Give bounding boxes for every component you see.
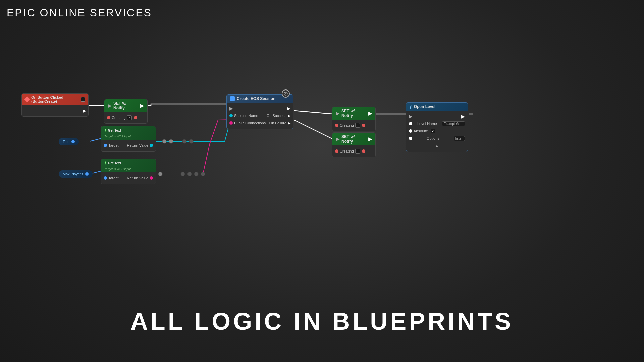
target-label-1: Target [108,143,119,147]
svg-point-1 [169,139,173,143]
svg-point-6 [181,172,185,176]
func-icon-2: ƒ [104,161,107,165]
set-notify-1-creating-label: Creating [112,116,126,120]
eos-public-row: Public Connections On Failure ▶ [227,119,293,127]
node-button-clicked: On Button Clicked (ButtonCreate) ▶ [21,93,89,117]
node-set-notify-2: ▶ SET w/ Notify ▶ Creating [332,107,376,131]
session-name-pin-in [229,114,233,117]
svg-point-7 [187,172,192,176]
target-pin-in-2 [104,176,107,180]
exec-out-1: ▶ [140,103,144,108]
creating-checkbox-3[interactable] [355,149,360,154]
get-text-2-title: Get Text [108,161,121,165]
return-pin-out [150,144,153,147]
eos-node-icon [230,96,235,101]
options-pin [409,137,412,140]
button-clicked-exec-row: ▶ [22,107,88,114]
absolute-label: Absolute [414,129,428,133]
svg-point-3 [189,139,193,143]
creating-checkbox-1[interactable]: ✓ [127,115,132,120]
exec-in-2: ▶ [336,111,339,116]
get-text-1-header: ƒ Get Text Target is WBP Input [101,126,156,140]
svg-point-2 [182,139,186,143]
set-notify-2-body: Creating [332,120,375,131]
blueprint-canvas: EPIC ONLINE SERVICES [0,0,644,362]
node-get-text-1: ƒ Get Text Target is WBP Input Target Re… [101,126,156,152]
maxplayers-var-label: Max Players [63,172,83,176]
eos-exec-in: ▶ [229,106,233,111]
set-notify-1-creating-row: Creating ✓ [104,114,147,121]
public-connections-label: Public Connections [234,121,266,125]
exec-out-arrow: ▶ [83,108,86,113]
absolute-checkbox[interactable]: ✓ [431,129,435,133]
create-eos-title: Create EOS Session [237,96,275,101]
options-value: listen [454,136,465,141]
open-level-body: ▶ ▶ Level Name ExampleMap Absolute ✓ Opt… [406,111,468,152]
set-notify-3-body: Creating [332,145,375,157]
level-name-pin [409,122,412,125]
get-text-2-body: Target Return Value [101,172,156,184]
options-label: Options [427,136,439,140]
creating-pin-out-2 [335,124,338,127]
open-level-absolute-row: Absolute ✓ [406,127,468,135]
func-icon-1: ƒ [104,128,107,133]
svg-point-5 [158,172,162,176]
set-notify-3-creating-label: Creating [340,149,354,153]
set-notify-1-body: Creating ✓ [104,112,147,123]
expand-icon: ▲ [435,144,439,148]
node-set-notify-3: ▶ SET w/ Notify ▶ Creating [332,132,376,157]
creating-pin-right-2 [362,124,365,127]
set-notify-3-creating-row: Creating [332,147,375,155]
exec-out-3: ▶ [368,137,372,141]
node-set-notify-1: ▶ SET w/ Notify ▶ Creating ✓ [104,99,148,124]
on-failure-pin: ▶ [288,121,290,125]
node-get-text-2: ƒ Get Text Target is WBP Input Target Re… [101,159,156,184]
set-notify-2-header: ▶ SET w/ Notify ▶ [332,107,375,120]
target-pin-in [104,144,107,147]
return-pin-out-2 [150,176,153,180]
set-notify-2-creating-label: Creating [340,123,354,127]
top-title: EPIC ONLINE SERVICES [7,7,152,19]
set-notify-1-header: ▶ SET w/ Notify ▶ [104,99,147,112]
level-name-value: ExampleMap [442,121,465,126]
eos-session-row: Session Name On Success ▶ [227,112,293,119]
open-level-name-row: Level Name ExampleMap [406,120,468,127]
open-level-expand-row: ▲ [406,142,468,149]
node-title-var: Title [59,138,79,145]
node-open-level: ƒ Open Level ▶ ▶ Level Name ExampleMap A… [406,102,468,152]
get-text-1-target-row: Target Return Value [101,142,156,149]
exec-out-2: ▶ [368,111,372,116]
creating-pin-right-3 [362,149,365,153]
svg-line-12 [286,94,287,94]
button-clicked-header: On Button Clicked (ButtonCreate) [22,94,88,105]
absolute-pin [409,129,412,133]
open-exec-out: ▶ [461,114,465,119]
return-label-1: Return Value [127,143,148,147]
get-text-2-subtitle: Target is WBP Input [104,167,131,171]
exec-in-3: ▶ [336,137,339,141]
creating-pin-right [134,116,137,119]
set-notify-3-title: SET w/ Notify [341,134,366,144]
get-text-1-title: Get Text [108,129,121,132]
target-label-2: Target [108,176,119,180]
on-success-label: On Success [267,114,286,118]
session-name-label: Session Name [234,114,258,118]
bottom-title: ALL LOGIC IN BLUEPRINTS [130,308,514,335]
set-notify-2-creating-row: Creating [332,122,375,129]
svg-point-8 [194,172,198,176]
open-level-title: Open Level [414,104,436,109]
public-conn-pin-in [229,121,233,125]
open-level-header: ƒ Open Level [406,103,468,111]
eos-exec-row: ▶ ▶ [227,105,293,112]
title-pin [71,140,75,143]
node-maxplayers-var: Max Players [59,170,93,178]
maxplayers-pin [85,172,89,176]
clock-icon [282,89,290,98]
exec-in-1: ▶ [108,103,111,108]
node-options-icon [81,97,85,102]
get-text-2-target-row: Target Return Value [101,174,156,182]
creating-checkbox-2[interactable] [355,123,360,128]
on-failure-label: On Failure [269,121,286,125]
create-eos-body: ▶ ▶ Session Name On Success ▶ Public Con… [227,103,293,129]
title-var-label: Title [63,140,69,144]
